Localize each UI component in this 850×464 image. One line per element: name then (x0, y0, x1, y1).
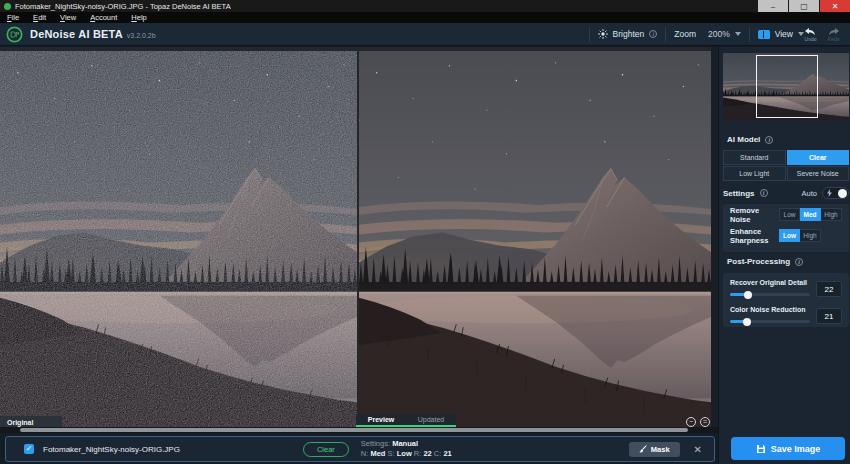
model-badge: Clear (303, 442, 349, 457)
recover-detail-value[interactable]: 22 (816, 281, 842, 297)
remove-noise-low[interactable]: Low (779, 208, 800, 221)
app-window: Fotomaker_NightSky-noisy-ORIG.JPG - Topa… (0, 0, 850, 464)
brighten-button[interactable]: Brighten i (598, 29, 658, 39)
remove-noise-segment: Low Med High (779, 208, 842, 221)
menu-account[interactable]: Account (83, 13, 124, 22)
maximize-button[interactable]: ▢ (789, 0, 819, 12)
param-s-value: Low (397, 449, 412, 458)
enhance-sharpness-low[interactable]: Low (779, 229, 800, 242)
save-image-button[interactable]: Save Image (731, 437, 845, 460)
view-label: View (775, 29, 793, 39)
settings-label: Settings (723, 189, 755, 198)
menu-edit[interactable]: Edit (26, 13, 53, 22)
color-noise-value[interactable]: 21 (816, 308, 842, 324)
noise-settings-box: Remove Noise Low Med High Enhance Sharpn… (723, 204, 849, 252)
brighten-info-icon[interactable]: i (649, 30, 657, 38)
undo-button[interactable]: Undo (804, 27, 817, 42)
post-processing-info-icon[interactable]: i (795, 258, 803, 266)
tab-updated[interactable]: Updated (406, 414, 456, 425)
settings-info-icon[interactable]: i (760, 189, 768, 197)
model-standard-button[interactable]: Standard (723, 150, 786, 165)
zoom-control[interactable]: Zoom 200% (674, 29, 740, 39)
app-icon (4, 3, 11, 10)
slider-knob[interactable] (743, 318, 751, 326)
app-name: DeNoise AI BETA (30, 28, 123, 40)
enhance-sharpness-segment: Low High (779, 229, 842, 242)
post-processing-section: Post-Processing i (727, 257, 803, 266)
enhance-sharpness-label: Enhance Sharpness (730, 227, 779, 245)
preview-tabs: Preview Updated (356, 414, 456, 425)
bottom-bar: ✓ Fotomaker_NightSky-noisy-ORIG.JPG Clea… (0, 433, 718, 464)
lightning-icon (827, 189, 832, 197)
menu-bar: File Edit View Account Help (0, 12, 850, 23)
zoom-out-compare-icon[interactable]: − (686, 417, 696, 427)
settings-prefix: Settings: (361, 439, 390, 448)
minimize-button[interactable]: – (758, 0, 788, 12)
save-icon (756, 444, 766, 454)
file-checkbox[interactable]: ✓ (24, 444, 34, 454)
settings-summary: Settings: Manual N: Med S: Low R: 22 C: … (361, 439, 506, 459)
redo-label: Redo (828, 36, 840, 42)
navigator-thumbnail[interactable] (723, 53, 849, 121)
tab-preview[interactable]: Preview (356, 414, 406, 425)
settings-mode: Manual (392, 439, 418, 448)
vertical-scrollbar[interactable] (711, 47, 718, 433)
chevron-down-icon (735, 32, 741, 36)
redo-icon (827, 27, 840, 36)
app-version: v3.2.0.2b (127, 32, 156, 39)
model-severe-noise-button[interactable]: Severe Noise (787, 166, 850, 181)
remove-noise-med[interactable]: Med (800, 208, 821, 221)
remove-noise-high[interactable]: High (821, 208, 842, 221)
toggle-knob[interactable] (838, 189, 847, 198)
undo-icon (804, 27, 817, 36)
title-bar: Fotomaker_NightSky-noisy-ORIG.JPG - Topa… (0, 0, 850, 12)
brush-icon (639, 445, 647, 453)
ai-model-info-icon[interactable]: i (765, 136, 773, 144)
model-clear-button[interactable]: Clear (787, 150, 850, 165)
model-low-light-button[interactable]: Low Light (723, 166, 786, 181)
mask-label: Mask (651, 445, 670, 454)
auto-toggle[interactable] (822, 187, 849, 199)
enhance-sharpness-high[interactable]: High (800, 229, 821, 242)
window-title: Fotomaker_NightSky-noisy-ORIG.JPG - Topa… (15, 2, 231, 11)
color-noise-control: Color Noise Reduction 21 (723, 300, 849, 327)
menu-file[interactable]: File (0, 13, 26, 22)
param-c-key: C: (434, 449, 442, 458)
preview-image-pane[interactable] (359, 51, 711, 427)
post-processing-label: Post-Processing (727, 257, 790, 266)
recover-detail-slider[interactable] (730, 293, 810, 296)
mask-button[interactable]: Mask (629, 442, 680, 457)
file-name: Fotomaker_NightSky-noisy-ORIG.JPG (43, 445, 180, 454)
split-compare-icon[interactable]: = (700, 417, 710, 427)
param-r-key: R: (414, 449, 422, 458)
close-button[interactable]: ✕ (820, 0, 850, 12)
zoom-value[interactable]: 200% (708, 29, 730, 39)
brighten-label: Brighten (613, 29, 645, 39)
sun-icon (598, 29, 608, 39)
split-view-icon (758, 30, 770, 39)
denoise-logo-icon (6, 26, 23, 43)
menu-help[interactable]: Help (124, 13, 153, 22)
slider-knob[interactable] (744, 291, 752, 299)
view-control[interactable]: View (758, 29, 804, 39)
undo-label: Undo (805, 36, 817, 42)
navigator-viewport-rect[interactable] (756, 55, 818, 118)
param-n-key: N: (361, 449, 369, 458)
redo-button[interactable]: Redo (827, 27, 840, 42)
color-noise-slider[interactable] (730, 320, 810, 323)
ai-model-label: AI Model (727, 135, 760, 144)
menu-view[interactable]: View (53, 13, 83, 22)
param-r-value: 22 (423, 449, 431, 458)
param-c-value: 21 (443, 449, 451, 458)
remove-noise-label: Remove Noise (730, 206, 779, 224)
settings-label-wrap: Settings i (723, 189, 768, 198)
scrollbar-thumb[interactable] (20, 428, 688, 432)
image-canvas: Original Preview Updated − = (0, 47, 718, 433)
save-image-label: Save Image (771, 444, 821, 454)
original-image-pane[interactable] (0, 51, 357, 427)
ai-model-grid: Standard Clear Low Light Severe Noise (723, 150, 849, 181)
param-n-value: Med (370, 449, 385, 458)
close-file-icon[interactable]: ✕ (694, 444, 702, 455)
zoom-label: Zoom (674, 29, 696, 39)
recover-detail-control: Recover Original Detail 22 (723, 273, 849, 300)
